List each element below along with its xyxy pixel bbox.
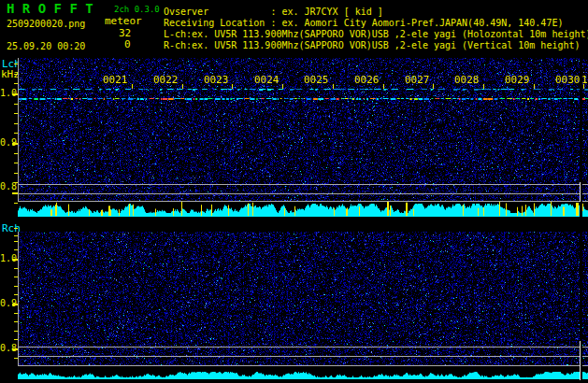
axis-tick [232, 84, 233, 89]
axis-tick [14, 228, 18, 229]
time-label-0022: 0022 [153, 74, 179, 86]
meteor-count-bottom: 0 [124, 39, 131, 50]
time-label-0026: 0026 [354, 74, 380, 86]
axis-tick [14, 104, 18, 105]
lch-signal-level-waveform [18, 202, 588, 217]
time-label-0025: 0025 [304, 74, 329, 86]
axis-tick [282, 84, 283, 89]
axis-tick [14, 331, 18, 332]
axis-tick [14, 64, 18, 64]
axis-tick [12, 304, 18, 305]
axis-tick [14, 74, 18, 75]
app-title: H R O F F T [7, 3, 93, 15]
location-line: Receiving Location : ex. Aomori City Aom… [164, 18, 563, 29]
meteor-count-top: 32 [119, 28, 131, 38]
time-label-0024: 0024 [254, 74, 280, 86]
axis-tick [14, 203, 18, 204]
rch-config-line: R-ch:ex. UV5R 113.900Mhz(SAPPORO VOR)USB… [164, 40, 581, 51]
time-label-0029: 0029 [505, 74, 530, 86]
axis-tick [433, 84, 434, 89]
axis-tick [12, 93, 18, 95]
axis-tick [14, 182, 18, 183]
axis-tick [14, 235, 18, 236]
axis-tick [12, 348, 18, 350]
axis-tick [383, 84, 384, 89]
axis-tick [14, 277, 18, 277]
axis-tick [14, 123, 18, 124]
axis-tick [132, 84, 133, 89]
mode-label: meteor [105, 16, 142, 26]
axis-tick [12, 192, 18, 194]
axis-tick [14, 133, 18, 134]
time-label-0023: 0023 [204, 74, 229, 86]
hrofft-screenshot: { "header": { "title": "H R O F F T", "v… [0, 0, 588, 383]
axis-tick [14, 358, 18, 359]
rch-signal-level-waveform [18, 366, 588, 380]
datetime-label: 25.09.20 00:20 [7, 41, 85, 52]
axis-tick [14, 173, 18, 174]
lch-config-line: L-ch:ex. UV5R 113.900Mhz(SAPPORO VOR)USB… [164, 29, 588, 40]
app-version: 2ch 0.3.0 [114, 5, 160, 14]
rch-spectrogram [18, 232, 588, 366]
axis-tick [583, 84, 584, 89]
axis-tick [534, 84, 535, 89]
axis-tick [14, 286, 18, 287]
axis-tick [14, 268, 18, 269]
time-label-0030: 0030 [555, 74, 581, 86]
axis-tick [182, 84, 183, 89]
axis-tick [14, 163, 18, 163]
observer-line: Ovserver : ex. JR7CYX [ kid ] [164, 7, 383, 18]
axis-tick [483, 84, 484, 89]
time-label-0028: 0028 [454, 74, 480, 86]
axis-tick [12, 143, 18, 145]
axis-tick [14, 321, 18, 322]
axis-tick [14, 153, 18, 154]
axis-tick [14, 313, 18, 314]
axis-tick [14, 241, 18, 242]
axis-tick [14, 83, 18, 84]
axis-tick [14, 113, 18, 114]
time-label-0027: 0027 [405, 74, 430, 86]
output-filename: 2509200020.png [7, 19, 85, 30]
axis-tick [333, 84, 334, 89]
axis-tick [14, 339, 18, 340]
time-label-0021: 0021 [103, 74, 128, 86]
axis-tick [14, 249, 18, 250]
axis-tick [14, 294, 18, 295]
axis-tick [12, 259, 18, 261]
